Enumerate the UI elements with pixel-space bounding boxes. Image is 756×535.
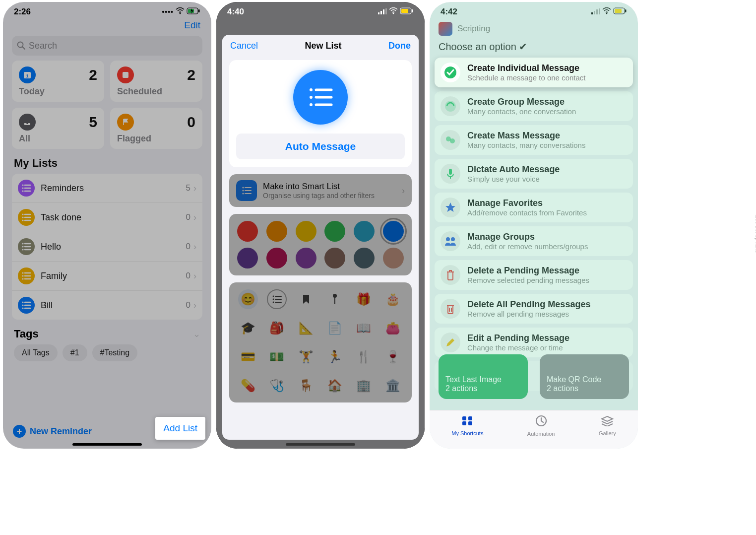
color-swatch[interactable] bbox=[237, 248, 258, 268]
new-reminder-button[interactable]: + New Reminder bbox=[13, 425, 92, 438]
color-swatch-selected[interactable] bbox=[383, 221, 404, 242]
svg-point-23 bbox=[22, 249, 23, 250]
flagged-label: Flagged bbox=[117, 134, 195, 144]
tab-label: Automation bbox=[527, 431, 555, 437]
list-name-input[interactable]: Auto Message bbox=[236, 134, 405, 159]
tab-automation[interactable]: Automation bbox=[527, 415, 555, 437]
building-icon[interactable]: 🏢 bbox=[354, 376, 374, 396]
color-swatch[interactable] bbox=[296, 248, 316, 268]
color-swatch[interactable] bbox=[324, 248, 345, 268]
svg-point-21 bbox=[22, 243, 23, 244]
color-swatch[interactable] bbox=[383, 248, 404, 268]
cellular-icon bbox=[378, 7, 387, 17]
fork-knife-icon[interactable]: 🍴 bbox=[354, 347, 374, 367]
money-icon[interactable]: 💵 bbox=[267, 347, 287, 367]
all-label: All bbox=[19, 134, 97, 144]
cellular-dots-icon: •••• bbox=[162, 8, 174, 16]
color-swatch[interactable] bbox=[237, 221, 258, 242]
option-title: Create Individual Message bbox=[467, 63, 586, 73]
color-swatch[interactable] bbox=[266, 248, 287, 268]
list-icon bbox=[18, 180, 35, 197]
search-icon bbox=[17, 41, 26, 50]
today-card[interactable]: 1 2 Today bbox=[12, 61, 104, 102]
scheduled-count: 2 bbox=[187, 67, 195, 83]
scheduled-icon bbox=[117, 67, 134, 83]
list-bullet-icon[interactable] bbox=[267, 289, 287, 309]
list-icon bbox=[18, 297, 35, 314]
gift-icon[interactable]: 🎁 bbox=[354, 289, 374, 309]
chair-icon[interactable]: 🪑 bbox=[296, 376, 316, 396]
svg-point-61 bbox=[273, 302, 274, 303]
svg-point-10 bbox=[22, 187, 23, 189]
tab-gallery[interactable]: Gallery bbox=[599, 415, 616, 436]
svg-point-0 bbox=[180, 13, 181, 14]
svg-point-34 bbox=[22, 304, 23, 306]
edit-button[interactable]: Edit bbox=[184, 20, 200, 31]
list-item[interactable]: Bill 0 › bbox=[12, 291, 202, 320]
tag-chip[interactable]: #1 bbox=[63, 344, 87, 361]
scheduled-card[interactable]: 2 Scheduled bbox=[110, 61, 202, 102]
list-item[interactable]: Reminders 5 › bbox=[12, 174, 202, 203]
calendar-icon: 1 bbox=[19, 67, 36, 83]
tab-my-shortcuts[interactable]: My Shortcuts bbox=[451, 415, 483, 436]
bank-icon[interactable]: 🏛️ bbox=[383, 376, 403, 396]
svg-point-22 bbox=[22, 246, 23, 247]
emoji-icon[interactable]: 😊 bbox=[238, 289, 258, 309]
house-icon[interactable]: 🏠 bbox=[325, 376, 345, 396]
color-swatch[interactable] bbox=[296, 221, 316, 242]
pills-icon[interactable]: 💊 bbox=[238, 376, 258, 396]
ruler-icon[interactable]: 📐 bbox=[296, 318, 316, 338]
dumbbell-icon[interactable]: 🏋️ bbox=[296, 347, 316, 367]
all-card[interactable]: 5 All bbox=[12, 108, 104, 149]
list-item[interactable]: Family 0 › bbox=[12, 262, 202, 291]
list-name: Hello bbox=[41, 242, 186, 252]
wallet-icon[interactable]: 👛 bbox=[383, 318, 403, 338]
list-icon bbox=[18, 209, 35, 226]
book-icon[interactable]: 📖 bbox=[354, 318, 374, 338]
graduation-icon[interactable]: 🎓 bbox=[238, 318, 258, 338]
tag-chip[interactable]: #Testing bbox=[92, 344, 138, 361]
pin-icon[interactable] bbox=[325, 289, 345, 309]
modal-title: New List bbox=[305, 41, 342, 51]
color-swatch[interactable] bbox=[354, 221, 375, 242]
add-list-button[interactable]: Add List bbox=[155, 417, 205, 440]
svg-point-11 bbox=[22, 190, 23, 192]
color-swatch[interactable] bbox=[354, 248, 375, 268]
color-swatch[interactable] bbox=[266, 221, 287, 242]
tags-header: Tags bbox=[14, 328, 39, 340]
stethoscope-icon[interactable]: 🩺 bbox=[267, 376, 287, 396]
svg-point-28 bbox=[22, 275, 23, 276]
cake-icon[interactable]: 🎂 bbox=[383, 289, 403, 309]
running-icon[interactable]: 🏃 bbox=[325, 347, 345, 367]
done-button[interactable]: Done bbox=[388, 41, 411, 51]
search-input[interactable]: Search bbox=[12, 36, 202, 56]
smart-list-icon bbox=[236, 180, 257, 201]
svg-point-47 bbox=[310, 88, 313, 91]
shortcuts-choose-screenshot: 4:42 Scripting Choose an option ✔ bbox=[430, 2, 638, 449]
list-item[interactable]: Task done 0 › bbox=[12, 203, 202, 232]
flagged-card[interactable]: 0 Flagged bbox=[110, 108, 202, 149]
cancel-button[interactable]: Cancel bbox=[230, 41, 258, 51]
wifi-icon bbox=[176, 7, 185, 17]
make-smart-list-row[interactable]: Make into Smart List Organise using tags… bbox=[229, 174, 412, 207]
battery-icon bbox=[187, 7, 200, 17]
mylists-header: My Lists bbox=[3, 149, 211, 174]
grid-icon bbox=[461, 415, 473, 429]
option-create-individual[interactable]: Create Individual Message Schedule a mes… bbox=[435, 58, 633, 87]
tag-chip[interactable]: All Tags bbox=[14, 344, 58, 361]
flag-icon bbox=[117, 114, 134, 131]
bookmark-icon[interactable] bbox=[296, 289, 316, 309]
list-item[interactable]: Hello 0 › bbox=[12, 232, 202, 262]
wine-icon[interactable]: 🍷 bbox=[383, 347, 403, 367]
option-sub: Schedule a message to one contact bbox=[467, 73, 586, 82]
svg-point-35 bbox=[22, 307, 23, 309]
plus-circle-icon: + bbox=[13, 425, 26, 438]
backpack-icon[interactable]: 🎒 bbox=[267, 318, 287, 338]
document-icon[interactable]: 📄 bbox=[325, 318, 345, 338]
color-swatch[interactable] bbox=[324, 221, 345, 242]
svg-point-55 bbox=[242, 193, 244, 194]
card-icon[interactable]: 💳 bbox=[238, 347, 258, 367]
today-count: 2 bbox=[89, 67, 97, 83]
svg-rect-66 bbox=[334, 297, 335, 304]
chevron-down-icon[interactable]: ⌄ bbox=[193, 329, 200, 339]
